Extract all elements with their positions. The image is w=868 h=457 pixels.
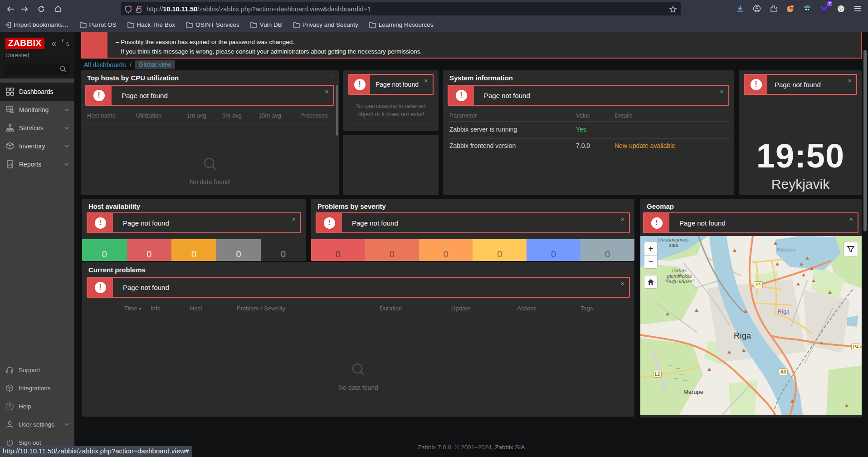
zabbix-sia-link[interactable]: Zabbix SIA (495, 444, 525, 451)
breadcrumb-all-dashboards[interactable]: All dashboards (84, 61, 126, 69)
search-icon[interactable] (60, 66, 67, 73)
map-home-button[interactable] (644, 275, 658, 289)
error-close-icon[interactable]: × (620, 280, 624, 287)
column-header: Update (451, 305, 470, 312)
widget-clock: ! Page not found × 19:50 Reykjavik (739, 70, 862, 195)
sidebar-expand-icon[interactable] (62, 39, 69, 46)
sidebar-item-user-settings[interactable]: User settings (0, 415, 74, 433)
privacy-extension-icon[interactable] (800, 2, 814, 15)
sidebar-item-integrations[interactable]: Integrations (0, 379, 74, 397)
extensions-puzzle-icon[interactable] (767, 2, 780, 15)
map-label-nature: Dabaspiemineklis“Buļļu kāpas” (657, 268, 702, 284)
column-header: 1m avg (187, 112, 206, 119)
map-graphic (640, 236, 862, 415)
map-filter-button[interactable] (844, 242, 858, 256)
error-close-icon[interactable]: × (424, 77, 428, 84)
zabbix-logo[interactable]: ZABBIX (5, 38, 44, 49)
sidebar-item-services[interactable]: Services (0, 119, 74, 137)
column-header: 5m avg (222, 112, 242, 119)
bookmark-folder[interactable]: OSINT Services (186, 21, 239, 28)
bookmark-star-icon[interactable] (669, 5, 677, 13)
column-header: Duration (380, 305, 402, 312)
no-data-block: No data found (81, 156, 339, 186)
error-icon-panel: ! (88, 278, 113, 297)
page-scrollbar[interactable] (863, 50, 867, 231)
sidebar-item-support[interactable]: Support (0, 361, 74, 379)
error-message-box: ! Page not found × (87, 277, 630, 298)
error-icon-panel: ! (86, 86, 112, 105)
new-update-link[interactable]: New update available (614, 142, 675, 149)
url-scheme: http:// (146, 5, 163, 13)
column-header: Problem • Severity (237, 305, 285, 312)
home-button[interactable] (51, 3, 65, 15)
availability-block: 0 (216, 239, 261, 261)
session-alert: – Possibly the session has expired or th… (81, 32, 862, 59)
geomap-map[interactable]: Daugavgrīvassala Kīšezers Dabaspieminekl… (640, 236, 862, 415)
sidebar-collapse-icon[interactable]: « (51, 38, 56, 49)
sysinfo-parameter: Zabbix frontend version (449, 142, 516, 149)
bookmark-folder[interactable]: Privacy and Security (293, 21, 358, 28)
purple-arrow-extension-icon[interactable]: 7 (817, 2, 831, 15)
account-icon[interactable] (750, 2, 764, 15)
home-icon (648, 279, 654, 285)
column-header: Host name (87, 112, 116, 119)
help-icon: ? (6, 403, 14, 410)
widget-title: Top hosts by CPU utilization (87, 74, 179, 82)
column-header-time[interactable]: Time ▾ (124, 305, 141, 312)
cookie-extension-icon[interactable] (834, 2, 848, 15)
severity-block: 0 (527, 239, 580, 261)
map-zoom-out-button[interactable]: − (644, 255, 658, 269)
breadcrumb-current[interactable]: Global view (135, 60, 175, 69)
search-empty-icon (202, 156, 218, 172)
map-label-city: Rīga (734, 331, 751, 341)
reload-button[interactable] (34, 3, 48, 15)
error-icon-panel: ! (644, 213, 669, 232)
sidebar-header: ZABBIX « Unrested (0, 32, 74, 79)
map-zoom-in-button[interactable]: + (644, 242, 658, 256)
bookmark-import[interactable]: Import bookmarks… (5, 21, 69, 28)
browser-toolbar: http://10.10.11.50/zabbix/zabbix.php?act… (0, 0, 868, 18)
road-badge-l2: L2 (653, 371, 662, 378)
map-label-station: Rīga (778, 309, 789, 315)
import-icon (5, 22, 11, 28)
menu-hamburger-icon[interactable] (851, 2, 864, 15)
sidebar-item-inventory[interactable]: Inventory (0, 137, 74, 155)
error-close-icon[interactable]: × (620, 216, 624, 222)
bookmark-folder[interactable]: Learning Resources (369, 21, 434, 28)
severity-block: 0 (419, 239, 473, 261)
downloads-icon[interactable] (733, 2, 747, 15)
bookmark-folder[interactable]: Vuln DB (250, 21, 282, 28)
url-bar[interactable]: http://10.10.11.50/zabbix/zabbix.php?act… (121, 2, 681, 15)
shield-icon[interactable] (125, 5, 132, 13)
no-data-text: No data found (82, 384, 634, 391)
column-header: Actions (517, 305, 536, 312)
sidebar-item-help[interactable]: ? Help (0, 397, 74, 415)
back-button[interactable] (4, 3, 17, 15)
sidebar-item-monitoring[interactable]: Monitoring (0, 101, 74, 119)
monitoring-icon (6, 106, 14, 114)
chevron-down-icon (64, 423, 69, 426)
forward-button[interactable] (17, 3, 31, 15)
sidebar-item-reports[interactable]: Reports (0, 155, 74, 173)
error-close-icon[interactable]: × (720, 88, 724, 95)
widget-menu-icon[interactable]: ··· (326, 71, 334, 79)
column-header: Info (151, 305, 161, 312)
error-close-icon[interactable]: × (292, 216, 296, 222)
bookmark-folder[interactable]: Hack The Box (127, 21, 176, 28)
url-host: 10.10.11.50 (163, 5, 197, 13)
error-close-icon[interactable]: × (848, 77, 852, 84)
error-close-icon[interactable]: × (325, 88, 329, 95)
column-header: Value (576, 112, 590, 119)
inventory-icon (6, 142, 14, 150)
widget-scrollbar[interactable] (336, 85, 338, 136)
insecure-lock-icon[interactable] (136, 5, 142, 13)
bookmark-folder[interactable]: Parrot OS (80, 21, 117, 28)
column-header: Utilization (136, 112, 161, 119)
sidebar-item-dashboards[interactable]: Dashboards (0, 83, 74, 101)
column-header: Details (614, 112, 633, 119)
error-close-icon[interactable]: × (849, 216, 853, 222)
cookie-blocker-extension-icon[interactable] (784, 2, 797, 15)
widget-problems-by-severity: Problems by severity ! Page not found × … (311, 199, 634, 261)
severity-block: 0 (580, 239, 634, 261)
clock-city: Reykjavik (739, 177, 862, 192)
